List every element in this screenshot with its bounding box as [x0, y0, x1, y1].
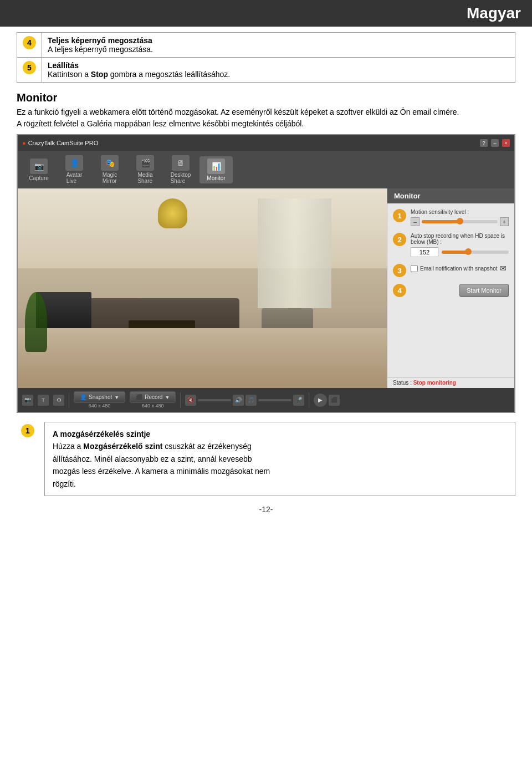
stop-icon[interactable]: ⬛ [329, 395, 340, 406]
number-badge-4: 4 [23, 36, 36, 49]
main-content: 4 Teljes képernyő megosztása A teljes ké… [0, 27, 532, 519]
status-bar: Status : Stop monitoring [387, 377, 514, 388]
play-button[interactable]: ▶ [314, 394, 327, 407]
motion-slider-row: – + [411, 217, 509, 226]
tab-avatar-live[interactable]: 👤 AvatarLive [58, 153, 91, 186]
table-row: 4 Teljes képernyő megosztása A teljes ké… [17, 33, 515, 58]
playback-controls: ▶ ⬛ [314, 394, 340, 407]
tab-desktop-share[interactable]: 🖥 DesktopShare [164, 153, 197, 186]
snapshot-dropdown-icon[interactable]: ▼ [114, 395, 119, 400]
tab-capture-label: Capture [29, 175, 49, 181]
tab-media-label: MediaShare [137, 172, 152, 184]
snapshot-button[interactable]: 👤 Snapshot ▼ [74, 391, 125, 403]
volume-slider[interactable] [198, 399, 231, 401]
hd-space-input[interactable] [411, 247, 438, 257]
tab-media-share[interactable]: 🎬 MediaShare [129, 153, 162, 186]
close-button[interactable]: × [502, 139, 510, 147]
text-tool-icon[interactable]: T [38, 395, 49, 406]
monitor-heading: Monitor [17, 91, 515, 104]
tab-avatar-label: AvatarLive [66, 172, 83, 184]
monitor-panel-body: 1 Motion sensitivity level : – + [387, 203, 514, 377]
auto-stop-slider[interactable] [442, 251, 509, 254]
bottom-line1-pre: Húzza a [53, 442, 83, 451]
snapshot-label: Snapshot [89, 394, 112, 400]
separator-3 [309, 392, 309, 408]
record-icon: ⬛ [136, 394, 142, 400]
tab-monitor[interactable]: 📊 Monitor [200, 156, 233, 183]
minimize-button[interactable]: – [491, 139, 499, 147]
record-label: Record [145, 394, 162, 400]
chandelier [158, 198, 187, 228]
start-monitor-button[interactable]: Start Monitor [459, 284, 509, 297]
slider-fill [422, 220, 460, 223]
slider-thumb [457, 218, 463, 224]
auto-stop-label: Auto stop recording when HD space is bel… [411, 233, 509, 245]
monitor-panel-title: Monitor [387, 188, 514, 203]
desktop-share-icon: 🖥 [172, 155, 190, 171]
mic-volume-slider[interactable] [258, 399, 291, 401]
left-icons: 📷 [22, 395, 33, 406]
start-monitor-control: Start Monitor [411, 284, 509, 297]
motion-label: Motion sensitivity level : [411, 209, 509, 215]
email-checkbox-row: Email notification with snapshot ✉ [411, 264, 509, 273]
face-icon: 👤 [80, 394, 86, 400]
titlebar-controls: ? – × [480, 139, 510, 147]
volume-icon[interactable]: 🔊 [233, 395, 244, 406]
auto-stop-input-row [411, 247, 509, 257]
auto-stop-fill [442, 251, 468, 254]
snapshot-section: 👤 Snapshot ▼ 640 x 480 [74, 391, 125, 409]
slider-minus-btn[interactable]: – [411, 217, 420, 226]
motion-sensitivity-row: 1 Motion sensitivity level : – + [393, 209, 509, 226]
status-label: Status : [393, 380, 412, 386]
bottom-line1-bold: Mozgásérzékelő szint [83, 442, 162, 451]
auto-stop-thumb [465, 248, 472, 255]
app-logo: ● [22, 140, 26, 146]
app-screenshot: ● CrazyTalk CamSuite PRO ? – × 📷 Capture… [17, 134, 515, 413]
motion-slider[interactable] [422, 220, 498, 223]
item-5-desc-pre: Kattintson a [48, 70, 91, 79]
control-num-3: 3 [393, 264, 406, 277]
item-4-num-cell: 4 [17, 33, 42, 58]
tab-desktop-label: DesktopShare [171, 172, 191, 184]
bottom-heading: A mozgásérzékelés szintje [53, 430, 150, 438]
magic-mirror-icon: 🎭 [101, 155, 119, 171]
bottom-line1-post: csuszkát az érzékenység [162, 442, 251, 451]
email-icon: ✉ [500, 264, 507, 273]
tab-magic-mirror[interactable]: 🎭 MagicMirror [93, 153, 126, 186]
bottom-info-text: A mozgásérzékelés szintje Húzza a Mozgás… [44, 422, 515, 496]
auto-stop-control: Auto stop recording when HD space is bel… [411, 233, 509, 257]
motion-sensitivity-control: Motion sensitivity level : – + [411, 209, 509, 226]
item-4-content: Teljes képernyő megosztása A teljes képe… [42, 33, 515, 58]
status-value: Stop monitoring [413, 380, 456, 386]
camera-toggle-icon[interactable]: 📷 [22, 395, 33, 406]
app-name: CrazyTalk CamSuite PRO [28, 140, 480, 146]
monitor-intro-text: Ez a funkció figyeli a webkamera előtt t… [17, 106, 515, 130]
tab-capture[interactable]: 📷 Capture [22, 156, 55, 183]
auto-stop-row: 2 Auto stop recording when HD space is b… [393, 233, 509, 257]
mic-icon[interactable]: 🎵 [245, 395, 257, 406]
email-notification-label: Email notification with snapshot [420, 266, 498, 272]
bottom-line3: mozgás less érzékelve. A kamera a minimá… [53, 467, 270, 476]
slider-plus-btn[interactable]: + [500, 217, 509, 226]
snapshot-size: 640 x 480 [89, 403, 111, 409]
item-4-desc: A teljes képernyő megosztása. [48, 45, 153, 54]
text-icon-group: T [38, 395, 49, 406]
capture-icon: 📷 [30, 159, 48, 174]
record-dropdown-icon[interactable]: ▼ [165, 395, 170, 400]
item-5-title: Leállítás [48, 61, 79, 70]
record-button[interactable]: ⬛ Record ▼ [130, 391, 176, 403]
page-number: -12- [17, 505, 515, 514]
volume-row: 🔇 🔊 🎵 🎤 [185, 395, 304, 406]
bottom-info-section: 1 A mozgásérzékelés szintje Húzza a Mozg… [17, 422, 515, 496]
monitor-icon: 📊 [207, 159, 225, 174]
item-5-content: Leállítás Kattintson a Stop gombra a meg… [42, 58, 515, 83]
number-badge-bottom-1: 1 [21, 424, 34, 437]
settings-icon-group: ⚙ [53, 395, 64, 406]
mute-icon[interactable]: 🔇 [185, 395, 196, 406]
settings-icon[interactable]: ⚙ [53, 395, 64, 406]
mic-high-icon[interactable]: 🎤 [293, 395, 304, 406]
item-5-desc-post: gombra a megosztás leállításához. [108, 70, 230, 79]
tab-magic-label: MagicMirror [103, 172, 117, 184]
help-button[interactable]: ? [480, 139, 488, 147]
email-notification-checkbox[interactable] [411, 265, 418, 272]
